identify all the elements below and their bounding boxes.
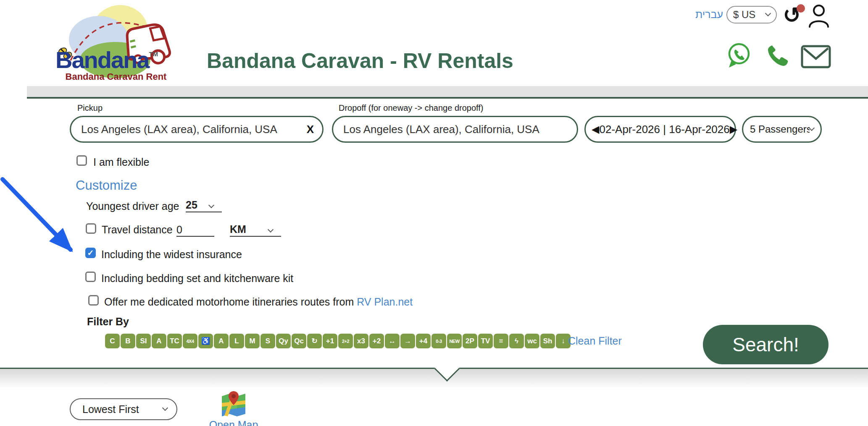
filter-power[interactable]: ϟ bbox=[509, 334, 524, 348]
flexible-checkbox[interactable] bbox=[76, 155, 87, 166]
notification-dot bbox=[797, 4, 805, 13]
pickup-input[interactable]: Los Angeles (LAX area), California, USA … bbox=[70, 116, 324, 143]
search-button[interactable]: Search! bbox=[703, 325, 829, 364]
clear-pickup-button[interactable]: X bbox=[307, 123, 314, 136]
page: BandanaTM Bandana Caravan Rent Bandana C… bbox=[0, 0, 868, 426]
email-icon[interactable] bbox=[801, 44, 831, 69]
filter-tv[interactable]: TV bbox=[478, 334, 493, 348]
dropoff-value: Los Angeles (LAX area), California, USA bbox=[343, 123, 568, 136]
filter-4x4[interactable]: 4X4 bbox=[183, 334, 197, 348]
itineraries-label-text: Offer me dedicated motorhome itineraries… bbox=[104, 296, 354, 308]
insurance-checkbox[interactable]: ✓ bbox=[85, 248, 96, 258]
filter-shower[interactable]: Sh bbox=[540, 334, 555, 348]
chevron-down-icon bbox=[268, 227, 274, 233]
filter-automatic[interactable]: A bbox=[214, 334, 229, 348]
language-link-hebrew[interactable]: עברית bbox=[695, 8, 723, 21]
chevron-down-icon bbox=[809, 125, 815, 131]
filter-x3[interactable]: x3 bbox=[354, 334, 368, 348]
page-title: Bandana Caravan - RV Rentals bbox=[207, 49, 513, 73]
logo-wordmark: BandanaTM bbox=[55, 46, 158, 73]
filter-oneway[interactable]: → bbox=[400, 334, 415, 348]
open-map-button[interactable]: Open Map bbox=[208, 390, 259, 426]
chevron-down-icon bbox=[208, 202, 214, 208]
itineraries-label: Offer me dedicated motorhome itineraries… bbox=[104, 296, 413, 308]
filter-2plus2[interactable]: 2+2 bbox=[338, 334, 353, 348]
customize-link[interactable]: Customize bbox=[76, 178, 137, 193]
filter-qc[interactable]: Qc bbox=[292, 334, 306, 348]
travel-distance-field[interactable] bbox=[176, 222, 214, 237]
filter-plus4[interactable]: +4 bbox=[416, 334, 431, 348]
pickup-value: Los Angeles (LAX area), California, USA bbox=[81, 123, 307, 136]
filter-bed[interactable]: ≡ bbox=[494, 334, 508, 348]
date-prev-arrow-icon[interactable]: ◀ bbox=[592, 123, 599, 135]
filter-size-medium[interactable]: M bbox=[245, 334, 260, 348]
itineraries-checkbox[interactable] bbox=[88, 295, 99, 306]
travel-distance-input[interactable] bbox=[176, 224, 213, 236]
rv-plan-link[interactable]: RV Plan.net bbox=[357, 296, 413, 308]
filter-size-large[interactable]: L bbox=[229, 334, 244, 348]
travel-distance-checkbox[interactable] bbox=[86, 223, 96, 234]
distance-unit-select[interactable]: KM bbox=[230, 222, 281, 237]
divider-gradient-band bbox=[0, 369, 868, 387]
dropoff-input[interactable]: Los Angeles (LAX area), California, USA bbox=[332, 116, 578, 143]
filter-wheelchair[interactable]: ♿ bbox=[198, 334, 213, 348]
bedding-checkbox[interactable] bbox=[85, 272, 96, 282]
filter-class-a[interactable]: A bbox=[152, 334, 166, 348]
flexible-label: I am flexible bbox=[93, 156, 149, 168]
date-range-value: 02-Apr-2026 | 16-Apr-2026 bbox=[599, 123, 729, 136]
currency-value: $ US bbox=[733, 9, 766, 21]
passengers-select[interactable]: 5 Passengers bbox=[742, 116, 822, 143]
filter-extra-person[interactable]: +1 bbox=[323, 334, 337, 348]
filter-roundtrip[interactable]: ↻ bbox=[307, 334, 322, 348]
passengers-value: 5 Passengers bbox=[750, 123, 810, 135]
filter-truck-camper[interactable]: TC bbox=[167, 334, 182, 348]
date-range-picker[interactable]: ◀ 02-Apr-2026 | 16-Apr-2026 ▶ bbox=[584, 116, 736, 143]
filter-icons: CBSIATC4X4♿ALMSQyQc↻+12+2x3+2↔→+40-3NEW2… bbox=[105, 334, 571, 348]
header-gray-band bbox=[27, 86, 868, 97]
dropoff-label: Dropoff (for oneway -> change dropoff) bbox=[339, 103, 483, 113]
sort-value: Lowest First bbox=[82, 403, 163, 416]
insurance-label: Including the widest insurance bbox=[101, 248, 242, 261]
sort-select[interactable]: Lowest First bbox=[70, 398, 177, 420]
filter-new[interactable]: NEW bbox=[447, 334, 462, 348]
currency-select[interactable]: $ US bbox=[726, 6, 777, 24]
map-icon bbox=[221, 390, 246, 416]
bedding-label: Including bedding set and kitchenware ki… bbox=[101, 272, 293, 285]
filter-family[interactable]: 2P bbox=[463, 334, 477, 348]
youngest-driver-value[interactable]: 25 bbox=[186, 199, 209, 211]
filter-by-label: Filter By bbox=[87, 316, 129, 328]
pickup-label: Pickup bbox=[77, 103, 103, 113]
date-next-arrow-icon[interactable]: ▶ bbox=[730, 123, 737, 135]
distance-unit-value[interactable]: KM bbox=[230, 223, 268, 235]
open-map-label: Open Map bbox=[208, 419, 259, 426]
filter-class-b[interactable]: B bbox=[121, 334, 135, 348]
logo-tm: TM bbox=[149, 50, 158, 57]
travel-distance-label: Travel distance bbox=[102, 224, 173, 236]
youngest-driver-label: Youngest driver age bbox=[86, 200, 179, 212]
account-icon[interactable] bbox=[808, 3, 830, 29]
filter-size-small[interactable]: S bbox=[260, 334, 275, 348]
check-icon: ✓ bbox=[87, 248, 94, 258]
site-logo[interactable]: BandanaTM Bandana Caravan Rent bbox=[54, 2, 178, 85]
filter-class-c[interactable]: C bbox=[105, 334, 120, 348]
filter-wc[interactable]: wc bbox=[525, 334, 539, 348]
filter-si[interactable]: SI bbox=[136, 334, 151, 348]
filter-family-plus[interactable]: +2 bbox=[369, 334, 384, 348]
whatsapp-icon[interactable] bbox=[726, 42, 752, 69]
filter-age-0-3[interactable]: 0-3 bbox=[431, 334, 446, 348]
filter-width[interactable]: ↔ bbox=[385, 334, 400, 348]
logo-caption: Bandana Caravan Rent bbox=[54, 71, 178, 82]
clean-filter-link[interactable]: Clean Filter bbox=[568, 335, 622, 347]
chevron-down-icon bbox=[765, 10, 771, 16]
youngest-driver-select[interactable]: 25 bbox=[186, 198, 222, 212]
phone-icon[interactable] bbox=[765, 43, 791, 68]
filter-qy[interactable]: Qy bbox=[276, 334, 291, 348]
header-green-divider bbox=[27, 97, 868, 99]
chevron-down-icon bbox=[162, 405, 168, 411]
